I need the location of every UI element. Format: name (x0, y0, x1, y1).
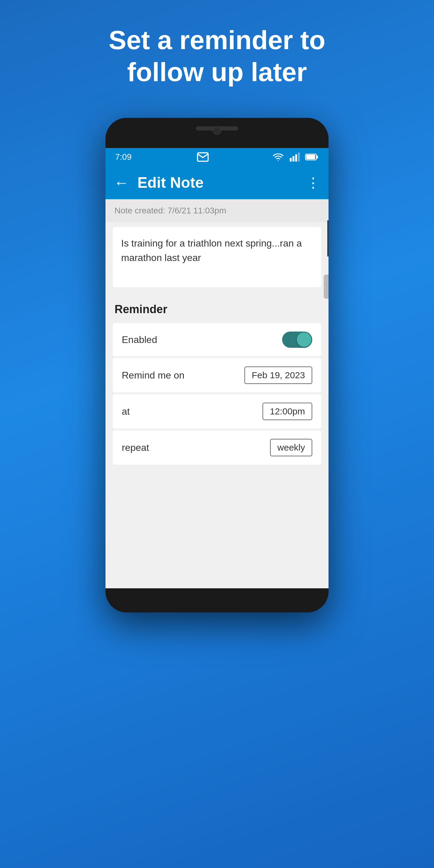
at-label: at (122, 406, 130, 417)
remind-me-on-row: Remind me on Feb 19, 2023 (113, 358, 321, 393)
reminder-section-label: Reminder (105, 292, 329, 321)
remind-me-on-label: Remind me on (122, 370, 184, 381)
time-picker-button[interactable]: 12:00pm (262, 403, 312, 420)
menu-button[interactable]: ⋮ (306, 175, 320, 191)
note-body[interactable]: Is training for a triathlon next spring.… (113, 227, 321, 287)
repeat-picker-button[interactable]: weekly (270, 439, 312, 456)
svg-rect-3 (298, 153, 300, 161)
phone-top-bezel (105, 118, 329, 148)
status-bar: 7:09 (105, 148, 329, 166)
svg-rect-5 (316, 156, 318, 158)
signal-icon (289, 152, 300, 162)
svg-rect-2 (296, 154, 297, 161)
note-text: Is training for a triathlon next spring.… (121, 238, 302, 263)
date-picker-button[interactable]: Feb 19, 2023 (244, 367, 312, 384)
enabled-row: Enabled (113, 323, 321, 356)
side-button (327, 220, 329, 256)
empty-area (105, 468, 329, 588)
enabled-label: Enabled (122, 334, 157, 345)
status-time: 7:09 (115, 152, 132, 162)
svg-rect-6 (306, 155, 315, 159)
scroll-indicator (324, 275, 329, 299)
phone-frame: 7:09 (105, 118, 329, 613)
toggle-knob (297, 333, 311, 347)
back-button[interactable]: ← (114, 175, 129, 190)
at-row: at 12:00pm (113, 394, 321, 429)
hero-title: Set a reminder to follow up later (82, 24, 352, 88)
status-icons (272, 152, 319, 162)
phone-camera (213, 126, 221, 135)
wifi-icon (272, 152, 284, 162)
phone-bottom-bezel (105, 588, 329, 613)
app-bar-title: Edit Note (137, 174, 306, 191)
repeat-label: repeat (122, 442, 149, 453)
mail-icon (196, 151, 209, 163)
enabled-toggle[interactable] (282, 332, 312, 348)
svg-rect-1 (293, 156, 294, 161)
app-bar: ← Edit Note ⋮ (105, 166, 329, 199)
repeat-row: repeat weekly (113, 430, 321, 465)
battery-icon (305, 152, 319, 162)
svg-rect-0 (290, 158, 292, 161)
note-meta: Note created: 7/6/21 11:03pm (105, 199, 329, 222)
phone-screen: 7:09 (105, 148, 329, 588)
